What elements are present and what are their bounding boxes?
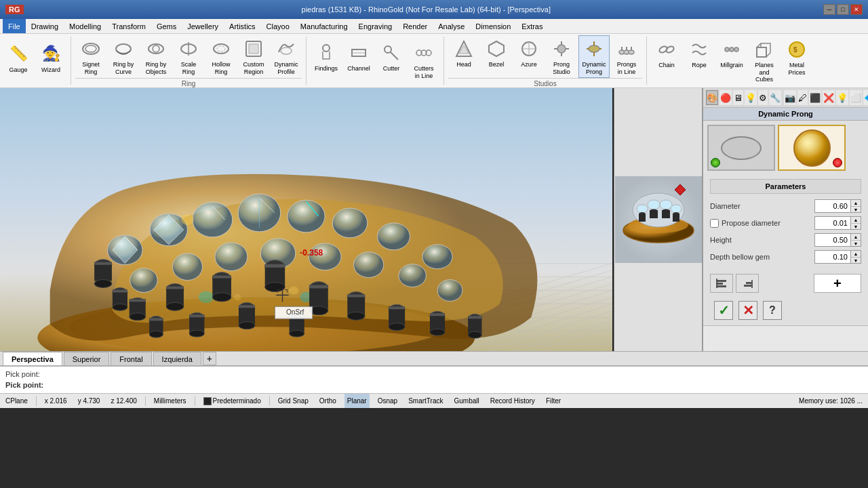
cutter-button[interactable]: Cutter — [376, 39, 407, 80]
menu-item-file[interactable]: File — [3, 19, 26, 33]
channel-button[interactable]: Channel — [343, 39, 374, 80]
menu-item-clayoo[interactable]: Clayoo — [261, 19, 295, 33]
propose-diameter-spin-up[interactable]: ▲ — [851, 217, 861, 223]
status-ortho[interactable]: Ortho — [317, 394, 339, 408]
status-gumball[interactable]: Gumball — [451, 394, 481, 408]
panel-icon-settings[interactable]: ⚙ — [758, 90, 768, 105]
diameter-spin-up[interactable]: ▲ — [851, 200, 861, 206]
menu-item-dimension[interactable]: Dimension — [470, 19, 516, 33]
findings-button[interactable]: Findings — [311, 39, 342, 80]
menu-item-render[interactable]: Render — [397, 19, 433, 33]
maximize-button[interactable]: □ — [837, 4, 849, 15]
panel-icon-diamond[interactable]: 💠 — [863, 90, 868, 105]
status-smarttrack[interactable]: SmartTrack — [406, 394, 446, 408]
svg-rect-190 — [744, 285, 751, 287]
panel-icon-lighting[interactable]: 💡 — [745, 90, 757, 105]
ring-by-objects-label: Ring byObjects — [146, 61, 167, 76]
status-cplane[interactable]: CPlane — [3, 394, 31, 408]
azure-button[interactable]: Azure — [513, 35, 545, 76]
align-left-button[interactable] — [710, 274, 733, 293]
menu-item-analyse[interactable]: Analyse — [433, 19, 470, 33]
minimize-button[interactable]: ─ — [823, 4, 835, 15]
status-units[interactable]: Millimeters — [151, 394, 189, 408]
gauge-button[interactable]: 📏 Gauge — [3, 41, 34, 81]
panel-icon-black[interactable]: ⬛ — [809, 90, 821, 105]
signet-ring-button[interactable]: SignetRing — [75, 35, 106, 78]
close-button[interactable]: ✕ — [850, 4, 863, 15]
depth-bellow-gem-spin-down[interactable]: ▼ — [851, 257, 861, 263]
svg-point-45 — [734, 47, 738, 52]
status-grid-snap[interactable]: Grid Snap — [275, 394, 311, 408]
wizard-button[interactable]: 🧙 Wizard — [35, 41, 66, 81]
prong-thumb-plain[interactable] — [707, 125, 775, 171]
bezel-button[interactable]: Bezel — [481, 35, 512, 76]
status-record-history[interactable]: Record History — [488, 394, 538, 408]
tab-perspectiva[interactable]: Perspectiva — [3, 352, 62, 365]
diameter-input[interactable] — [815, 200, 850, 212]
svg-rect-185 — [717, 280, 726, 282]
window-title: piedras (1531 KB) - RhinoGold (Not For R… — [302, 5, 551, 14]
head-icon — [453, 38, 475, 60]
menu-item-engraving[interactable]: Engraving — [353, 19, 398, 33]
main-3d-viewport[interactable]: Perspectiva ▼ — [0, 88, 614, 351]
rope-icon — [688, 39, 710, 60]
menu-item-gems[interactable]: Gems — [151, 19, 182, 33]
params-title[interactable]: Parameters — [710, 179, 861, 194]
height-spin-up[interactable]: ▲ — [851, 234, 861, 240]
depth-bellow-gem-input[interactable] — [815, 251, 850, 263]
head-button[interactable]: Head — [448, 35, 479, 76]
align-right-button[interactable] — [736, 274, 759, 293]
propose-diameter-input[interactable] — [815, 217, 850, 229]
rope-button[interactable]: Rope — [684, 36, 715, 77]
panel-icon-shaded[interactable]: 🔴 — [719, 90, 732, 105]
menu-item-drawing[interactable]: Drawing — [26, 19, 64, 33]
add-prong-button[interactable]: + — [814, 274, 862, 293]
ring-by-curve-button[interactable]: Ring byCurve — [108, 35, 139, 78]
panel-icon-camera[interactable]: 📷 — [784, 90, 796, 105]
depth-bellow-gem-spin-up[interactable]: ▲ — [851, 251, 861, 257]
panel-icon-display[interactable]: 🎨 — [706, 90, 718, 105]
cancel-button[interactable]: ✕ — [738, 301, 757, 320]
chain-button[interactable]: Chain — [651, 36, 682, 77]
millgrain-button[interactable]: Millgrain — [716, 36, 747, 77]
ring-by-objects-button[interactable]: Ring byObjects — [140, 35, 172, 78]
diameter-spin-down[interactable]: ▼ — [851, 206, 861, 212]
panel-icon-pen[interactable]: 🖊 — [797, 90, 808, 105]
planes-cubes-button[interactable]: Planes andCubes — [749, 36, 780, 85]
help-button[interactable]: ? — [763, 301, 782, 320]
tab-superior[interactable]: Superior — [64, 352, 110, 365]
prongs-in-line-button[interactable]: Prongsin Line — [611, 35, 642, 78]
menu-item-manufacturing[interactable]: Manufacturing — [295, 19, 353, 33]
panel-icon-close[interactable]: ❌ — [823, 90, 835, 105]
height-spin-down[interactable]: ▼ — [851, 240, 861, 246]
tab-frontal[interactable]: Frontal — [111, 352, 151, 365]
panel-icon-white[interactable]: ⬜ — [850, 90, 862, 105]
hollow-ring-button[interactable]: HollowRing — [205, 35, 237, 78]
dynamic-profile-button[interactable]: DynamicProfile — [271, 35, 302, 78]
status-osnap[interactable]: Osnap — [375, 394, 400, 408]
status-material[interactable]: Predeterminado — [201, 394, 264, 408]
menu-item-jewellery[interactable]: Jewellery — [182, 19, 224, 33]
cutters-in-line-button[interactable]: Cuttersin Line — [408, 39, 439, 82]
menu-item-artistics[interactable]: Artistics — [224, 19, 261, 33]
prong-studio-button[interactable]: ProngStudio — [546, 35, 577, 78]
menu-item-transform[interactable]: Transform — [106, 19, 151, 33]
menu-item-extras[interactable]: Extras — [516, 19, 548, 33]
dynamic-prong-button[interactable]: DynamicProng — [578, 35, 610, 78]
propose-diameter-spin-down[interactable]: ▼ — [851, 223, 861, 229]
tab-izquierda[interactable]: Izquierda — [153, 352, 201, 365]
prong-thumb-gold[interactable] — [778, 125, 846, 171]
panel-icon-lamp[interactable]: 💡 — [836, 90, 848, 105]
propose-diameter-checkbox[interactable] — [710, 219, 719, 228]
panel-icon-more[interactable]: 🔧 — [769, 90, 781, 105]
panel-icon-wireframe[interactable]: 🖥 — [733, 90, 743, 105]
custom-region-button[interactable]: CustomRegion — [238, 35, 269, 78]
tab-add-button[interactable]: + — [203, 352, 216, 365]
status-filter[interactable]: Filter — [543, 394, 564, 408]
ok-button[interactable]: ✓ — [714, 301, 733, 320]
status-planar[interactable]: Planar — [344, 394, 370, 408]
menu-item-modelling[interactable]: Modelling — [64, 19, 106, 33]
metal-prices-button[interactable]: $ MetalPrices — [781, 36, 812, 79]
scale-ring-button[interactable]: ScaleRing — [173, 35, 204, 78]
height-input[interactable] — [815, 234, 850, 246]
